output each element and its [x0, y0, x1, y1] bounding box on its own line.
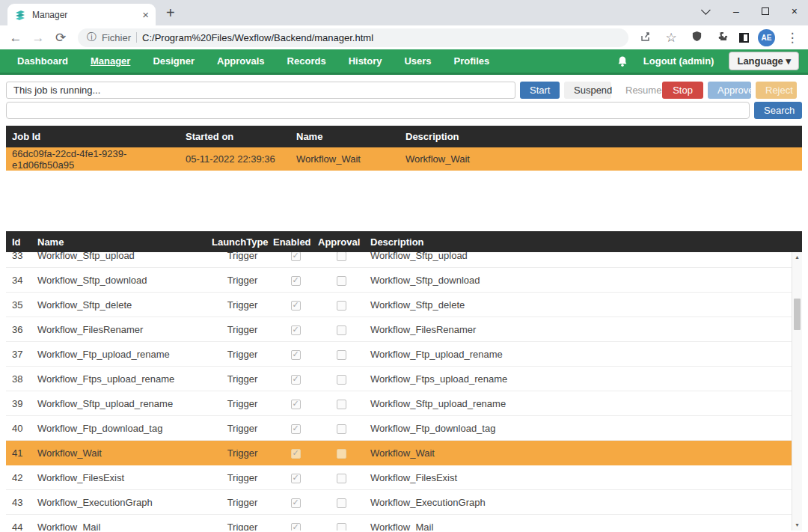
- workflow-row[interactable]: 41 Workflow_Wait Trigger Workflow_Wait: [6, 441, 792, 465]
- enabled-checkbox[interactable]: [291, 325, 301, 335]
- wf-description-cell: Workflow_Mail: [364, 522, 792, 531]
- menu-kebab-icon[interactable]: ⋮: [784, 31, 801, 44]
- reload-icon[interactable]: ⟳: [52, 31, 69, 44]
- scrollbar-thumb[interactable]: [794, 299, 801, 330]
- workflow-row[interactable]: 42 Workflow_FilesExist Trigger Workflow_…: [6, 465, 792, 490]
- nav-item-records[interactable]: Records: [276, 55, 337, 67]
- wf-approval-cell: [318, 274, 364, 285]
- enabled-checkbox[interactable]: [291, 252, 301, 261]
- approval-checkbox[interactable]: [337, 252, 346, 261]
- approval-checkbox[interactable]: [337, 375, 346, 385]
- enabled-checkbox[interactable]: [291, 350, 301, 360]
- enabled-checkbox[interactable]: [291, 474, 301, 483]
- wf-header-approval: Approval: [318, 236, 364, 248]
- profile-avatar[interactable]: AE: [758, 29, 775, 46]
- approval-checkbox[interactable]: [337, 301, 346, 311]
- wf-description-cell: Workflow_Wait: [364, 447, 792, 459]
- maximize-button[interactable]: [762, 7, 769, 15]
- wf-description-cell: Workflow_FilesRenamer: [364, 324, 792, 335]
- search-input[interactable]: [6, 102, 750, 119]
- enabled-checkbox[interactable]: [291, 498, 301, 508]
- enabled-checkbox[interactable]: [291, 375, 301, 385]
- wf-id-cell: 41: [6, 447, 37, 459]
- logout-link[interactable]: Logout (admin): [643, 55, 714, 67]
- info-icon[interactable]: ⓘ: [87, 31, 97, 44]
- nav-item-designer[interactable]: Designer: [141, 55, 206, 67]
- enabled-checkbox[interactable]: [291, 400, 301, 409]
- workflow-row[interactable]: 40 Workflow_Ftp_download_tag Trigger Wor…: [6, 416, 792, 441]
- adblock-shield-icon[interactable]: [688, 31, 705, 44]
- bookmark-star-icon[interactable]: ☆: [663, 31, 679, 44]
- suspend-button[interactable]: Suspend: [564, 82, 611, 99]
- back-icon[interactable]: ←: [7, 31, 24, 44]
- approval-checkbox[interactable]: [337, 350, 346, 360]
- wf-id-cell: 34: [6, 275, 37, 286]
- notifications-bell-icon[interactable]: [616, 55, 628, 67]
- start-button[interactable]: Start: [520, 82, 560, 99]
- scrollbar-down-icon[interactable]: ▾: [792, 520, 802, 531]
- resume-button[interactable]: Resume: [616, 82, 655, 99]
- approval-checkbox[interactable]: [337, 498, 346, 508]
- nav-item-manager[interactable]: Manager: [79, 55, 141, 67]
- reader-square-icon[interactable]: [739, 33, 749, 43]
- workflow-row[interactable]: 33 Workflow_Sftp_upload Trigger Workflow…: [6, 252, 792, 268]
- approval-checkbox[interactable]: [337, 325, 346, 335]
- workflow-row[interactable]: 39 Workflow_Sftp_upload_rename Trigger W…: [6, 391, 792, 416]
- job-status-input[interactable]: [6, 82, 515, 99]
- url-path: C:/Program%20Files/Wexflow/Backend/manag…: [142, 32, 373, 43]
- workflows-table: Id Name LaunchType Enabled Approval Desc…: [6, 231, 802, 531]
- workflow-row[interactable]: 44 Workflow_Mail Trigger Workflow_Mail: [6, 515, 792, 531]
- stop-button[interactable]: Stop: [662, 82, 703, 99]
- nav-item-profiles[interactable]: Profiles: [443, 55, 501, 67]
- minimize-button[interactable]: –: [733, 6, 739, 16]
- tab-title: Manager: [32, 10, 136, 20]
- forward-icon[interactable]: →: [30, 31, 46, 44]
- wf-id-cell: 42: [6, 472, 37, 483]
- language-dropdown[interactable]: Language ▾: [729, 52, 799, 70]
- wf-description-cell: Workflow_Ftp_download_tag: [364, 423, 792, 434]
- close-window-button[interactable]: ×: [792, 6, 798, 16]
- approval-checkbox[interactable]: [337, 449, 346, 459]
- enabled-checkbox[interactable]: [291, 523, 301, 531]
- approval-checkbox[interactable]: [337, 400, 346, 409]
- extensions-puzzle-icon[interactable]: [714, 31, 730, 45]
- close-tab-icon[interactable]: ×: [142, 9, 149, 20]
- nav-item-dashboard[interactable]: Dashboard: [6, 55, 79, 67]
- wf-launchtype-cell: Trigger: [212, 447, 273, 459]
- workflow-row[interactable]: 34 Workflow_Sftp_download Trigger Workfl…: [6, 268, 792, 293]
- chevron-down-icon[interactable]: [701, 5, 711, 15]
- job-row[interactable]: 66dc09fa-22cd-4fe1-9239-e1d06fb50a95 05-…: [6, 147, 802, 171]
- enabled-checkbox[interactable]: [291, 424, 301, 434]
- search-button[interactable]: Search: [754, 102, 802, 119]
- wf-enabled-cell: [273, 373, 318, 384]
- wf-description-cell: Workflow_ExecutionGraph: [364, 497, 792, 508]
- enabled-checkbox[interactable]: [291, 276, 301, 286]
- approval-checkbox[interactable]: [337, 424, 346, 434]
- share-icon[interactable]: [637, 31, 654, 45]
- approve-button[interactable]: Approve: [708, 82, 751, 99]
- nav-item-approvals[interactable]: Approvals: [206, 55, 276, 67]
- approval-checkbox[interactable]: [337, 276, 346, 286]
- nav-item-users[interactable]: Users: [393, 55, 442, 67]
- wf-name-cell: Workflow_Mail: [37, 522, 212, 531]
- wf-enabled-cell: [273, 422, 318, 433]
- search-row: Search: [6, 102, 802, 119]
- approval-checkbox[interactable]: [337, 523, 346, 531]
- workflow-row[interactable]: 37 Workflow_Ftp_upload_rename Trigger Wo…: [6, 342, 792, 367]
- wf-enabled-cell: [273, 496, 318, 507]
- enabled-checkbox[interactable]: [291, 301, 301, 311]
- workflow-row[interactable]: 35 Workflow_Sftp_delete Trigger Workflow…: [6, 293, 792, 317]
- scrollbar-up-icon[interactable]: ▴: [792, 252, 802, 263]
- workflow-row[interactable]: 36 Workflow_FilesRenamer Trigger Workflo…: [6, 317, 792, 342]
- workflow-row[interactable]: 38 Workflow_Ftps_upload_rename Trigger W…: [6, 367, 792, 391]
- reject-button[interactable]: Reject: [756, 82, 797, 99]
- table-scrollbar[interactable]: ▴ ▾: [792, 252, 802, 531]
- new-tab-button[interactable]: +: [166, 4, 175, 22]
- workflow-row[interactable]: 43 Workflow_ExecutionGraph Trigger Workf…: [6, 490, 792, 515]
- enabled-checkbox[interactable]: [291, 449, 301, 459]
- approval-checkbox[interactable]: [337, 474, 346, 483]
- nav-item-history[interactable]: History: [337, 55, 394, 67]
- wf-enabled-cell: [273, 348, 318, 359]
- browser-tab[interactable]: Manager ×: [7, 4, 156, 25]
- address-bar[interactable]: ⓘ Fichier C:/Program%20Files/Wexflow/Bac…: [78, 28, 628, 47]
